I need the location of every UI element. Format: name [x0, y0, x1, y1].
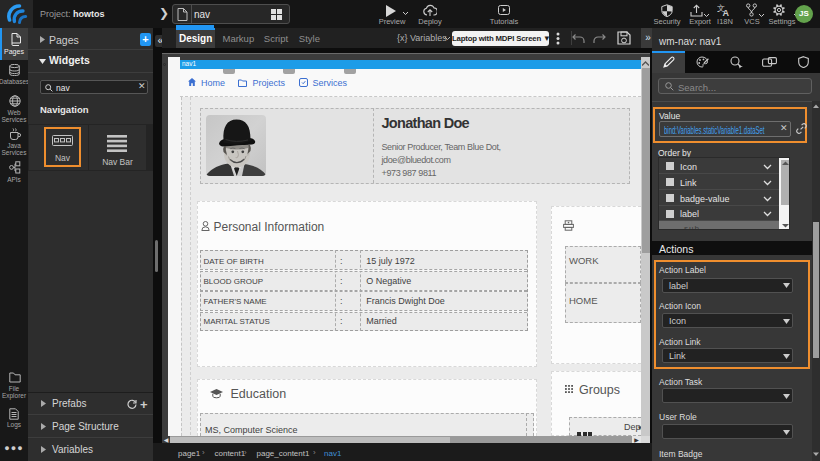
svg-text:A: A [723, 8, 730, 17]
